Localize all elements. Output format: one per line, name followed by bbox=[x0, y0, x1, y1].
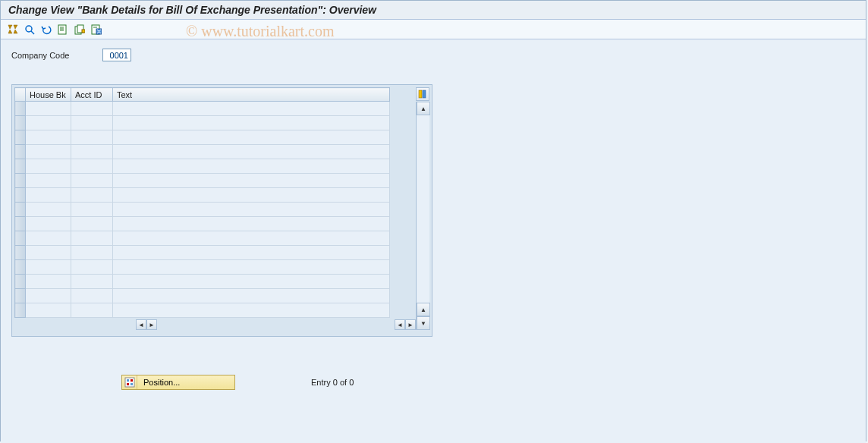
cell[interactable] bbox=[71, 203, 113, 217]
cell[interactable] bbox=[71, 130, 113, 145]
cell[interactable] bbox=[113, 289, 390, 303]
table-row[interactable] bbox=[15, 203, 390, 217]
cell[interactable] bbox=[113, 246, 390, 260]
cell[interactable] bbox=[113, 203, 390, 217]
cell[interactable] bbox=[26, 217, 71, 231]
data-table[interactable]: House Bk Acct ID Text bbox=[14, 87, 390, 318]
cell[interactable] bbox=[113, 145, 390, 159]
cell[interactable] bbox=[113, 260, 390, 275]
row-selector[interactable] bbox=[15, 159, 26, 174]
scroll-down-icon[interactable]: ▼ bbox=[417, 316, 430, 330]
copy-icon[interactable] bbox=[74, 24, 86, 36]
cell[interactable] bbox=[71, 275, 113, 289]
table-row[interactable] bbox=[15, 231, 390, 246]
vertical-scrollbar[interactable]: ▲ ▲ ▼ bbox=[416, 102, 429, 330]
row-selector[interactable] bbox=[15, 246, 26, 260]
cell[interactable] bbox=[113, 116, 390, 130]
cell[interactable] bbox=[113, 303, 390, 318]
cell[interactable] bbox=[113, 231, 390, 246]
cell[interactable] bbox=[113, 102, 390, 116]
cell[interactable] bbox=[71, 289, 113, 303]
table-row[interactable] bbox=[15, 102, 390, 116]
row-selector[interactable] bbox=[15, 188, 26, 203]
company-code-input[interactable] bbox=[102, 49, 131, 61]
cell[interactable] bbox=[113, 174, 390, 188]
scroll-up-icon[interactable]: ▲ bbox=[417, 102, 430, 115]
scroll-left-end-icon[interactable]: ◄ bbox=[395, 319, 405, 330]
row-selector[interactable] bbox=[15, 303, 26, 318]
select-all-header[interactable] bbox=[15, 88, 26, 102]
cell[interactable] bbox=[26, 188, 71, 203]
delete-icon[interactable] bbox=[90, 24, 102, 36]
cell[interactable] bbox=[71, 260, 113, 275]
cell[interactable] bbox=[26, 275, 71, 289]
cell[interactable] bbox=[71, 217, 113, 231]
table-row[interactable] bbox=[15, 159, 390, 174]
cell[interactable] bbox=[113, 275, 390, 289]
cell[interactable] bbox=[71, 303, 113, 318]
table-row[interactable] bbox=[15, 275, 390, 289]
cell[interactable] bbox=[71, 102, 113, 116]
table-row[interactable] bbox=[15, 260, 390, 275]
table-row[interactable] bbox=[15, 246, 390, 260]
row-selector[interactable] bbox=[15, 260, 26, 275]
cell[interactable] bbox=[26, 102, 71, 116]
table-row[interactable] bbox=[15, 116, 390, 130]
row-selector[interactable] bbox=[15, 174, 26, 188]
scroll-right-end-icon[interactable]: ► bbox=[405, 319, 416, 330]
scroll-right-icon[interactable]: ► bbox=[146, 319, 157, 330]
row-selector[interactable] bbox=[15, 289, 26, 303]
col-header-acctid[interactable]: Acct ID bbox=[71, 88, 113, 102]
cell[interactable] bbox=[71, 174, 113, 188]
cell[interactable] bbox=[113, 217, 390, 231]
new-entries-icon[interactable] bbox=[57, 24, 69, 36]
col-header-housebank[interactable]: House Bk bbox=[26, 88, 71, 102]
row-selector[interactable] bbox=[15, 203, 26, 217]
cell[interactable] bbox=[26, 260, 71, 275]
row-selector[interactable] bbox=[15, 275, 26, 289]
cell[interactable] bbox=[113, 159, 390, 174]
cell[interactable] bbox=[71, 116, 113, 130]
row-selector[interactable] bbox=[15, 231, 26, 246]
change-display-icon[interactable] bbox=[7, 24, 19, 36]
cell[interactable] bbox=[26, 145, 71, 159]
table-settings-icon[interactable] bbox=[416, 87, 429, 101]
cell[interactable] bbox=[26, 303, 71, 318]
cell[interactable] bbox=[26, 116, 71, 130]
cell[interactable] bbox=[26, 159, 71, 174]
cell[interactable] bbox=[113, 188, 390, 203]
row-selector[interactable] bbox=[15, 130, 26, 145]
row-selector[interactable] bbox=[15, 217, 26, 231]
entry-status: Entry 0 of 0 bbox=[311, 378, 354, 387]
svg-rect-8 bbox=[82, 30, 85, 33]
horizontal-scrollbar[interactable]: ◄ ► ◄ ► bbox=[14, 319, 416, 330]
table-row[interactable] bbox=[15, 289, 390, 303]
row-selector[interactable] bbox=[15, 145, 26, 159]
cell[interactable] bbox=[71, 231, 113, 246]
cell[interactable] bbox=[71, 246, 113, 260]
col-header-text[interactable]: Text bbox=[113, 88, 390, 102]
table-row[interactable] bbox=[15, 303, 390, 318]
cell[interactable] bbox=[26, 174, 71, 188]
position-button[interactable]: Position... bbox=[121, 375, 235, 390]
cell[interactable] bbox=[26, 246, 71, 260]
cell[interactable] bbox=[71, 188, 113, 203]
row-selector[interactable] bbox=[15, 116, 26, 130]
cell[interactable] bbox=[71, 159, 113, 174]
cell[interactable] bbox=[71, 145, 113, 159]
cell[interactable] bbox=[26, 231, 71, 246]
table-row[interactable] bbox=[15, 217, 390, 231]
cell[interactable] bbox=[26, 130, 71, 145]
details-icon[interactable] bbox=[24, 24, 36, 36]
cell[interactable] bbox=[26, 203, 71, 217]
scroll-up2-icon[interactable]: ▲ bbox=[417, 303, 430, 316]
undo-icon[interactable] bbox=[40, 24, 52, 36]
table-row[interactable] bbox=[15, 130, 390, 145]
cell[interactable] bbox=[26, 289, 71, 303]
table-row[interactable] bbox=[15, 145, 390, 159]
table-row[interactable] bbox=[15, 174, 390, 188]
scroll-left-icon[interactable]: ◄ bbox=[136, 319, 146, 330]
cell[interactable] bbox=[113, 130, 390, 145]
row-selector[interactable] bbox=[15, 102, 26, 116]
table-row[interactable] bbox=[15, 188, 390, 203]
